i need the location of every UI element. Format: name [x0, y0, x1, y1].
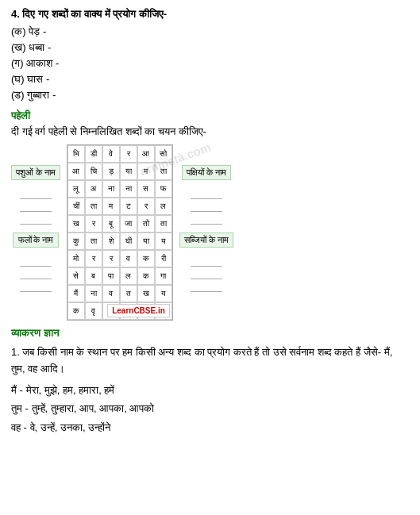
grid-cell-5-0: कु — [67, 233, 85, 250]
grid-cell-1-0: आ — [67, 163, 85, 180]
sabji-label: सब्जियों के नाम — [179, 233, 233, 248]
fal-ans-3 — [20, 281, 52, 292]
vyakaran-point1: 1. जब किसी नाम के स्थान पर हम किसी अन्य … — [11, 344, 409, 378]
pashu-ans-2 — [20, 201, 52, 212]
grid-cell-2-0: लू — [67, 180, 85, 198]
grid-cell-0-0: भि — [67, 145, 85, 163]
grid-cell-8-5: य — [155, 285, 172, 302]
pakshi-label-group: पक्षियों के नाम — [179, 165, 233, 225]
left-labels: पशुओं के नाम फलों के नाम — [11, 165, 60, 300]
grid-cell-5-3: घी — [120, 233, 137, 250]
sabji-label-group: सब्जियों के नाम — [179, 233, 233, 292]
word-search-grid: भिडीवेरआसोआचिड़यामतालूअनानासफचींतामटरलखर… — [67, 144, 173, 321]
grid-cell-7-4: क — [137, 267, 155, 285]
sabji-ans-2 — [191, 268, 222, 279]
question4-section: 4. दिए गए शब्दों का वाक्य में प्रयोग कीज… — [11, 8, 409, 102]
q4-item-5: (ड) गुब्बारा - — [11, 89, 409, 102]
grid-cell-7-1: ब — [85, 267, 102, 285]
puzzle-wrapper: भिडीवेरआसोआचिड़यामतालूअनानासफचींतामटरलखर… — [67, 144, 173, 321]
grid-cell-1-5: ता — [155, 163, 172, 180]
sabji-ans-3 — [191, 281, 222, 292]
pakshi-ans-3 — [191, 213, 222, 225]
grid-cell-2-3: ना — [120, 180, 137, 198]
grid-cell-1-3: या — [120, 163, 137, 180]
grid-cell-2-2: ना — [102, 180, 120, 198]
pakshi-ans-2 — [191, 201, 222, 212]
grid-cell-5-1: ता — [85, 233, 102, 250]
grid-cell-8-2: व — [102, 285, 120, 302]
grid-cell-3-4: र — [137, 198, 155, 215]
grid-cell-6-0: मो — [67, 250, 85, 267]
grid-cell-2-4: स — [137, 180, 155, 198]
grid-cell-1-4: म — [137, 163, 155, 180]
grid-cell-0-4: आ — [137, 145, 155, 163]
grid-cell-5-2: शे — [102, 233, 120, 250]
grid-cell-4-5: ता — [155, 215, 172, 233]
grid-cell-7-3: ल — [120, 267, 137, 285]
grid-cell-2-1: अ — [85, 180, 102, 198]
grid-cell-6-1: र — [85, 250, 102, 267]
pashu-ans-3 — [20, 213, 52, 225]
fal-ans-2 — [20, 268, 52, 279]
vyakaran-section: व्याकरण ज्ञान 1. जब किसी नाम के स्थान पर… — [11, 327, 409, 435]
grid-cell-1-2: ड़ — [102, 163, 120, 180]
question4-heading: 4. दिए गए शब्दों का वाक्य में प्रयोग कीज… — [11, 8, 409, 21]
grid-cell-4-4: तो — [137, 215, 155, 233]
grid-cell-6-4: क — [137, 250, 155, 267]
grid-cell-7-0: से — [67, 267, 85, 285]
vyakaran-item-1: मैं - मेरा, मुझे, हम, हमारा, हमें — [11, 382, 409, 398]
grid-cell-8-4: ख — [137, 285, 155, 302]
grid-cell-0-1: डी — [85, 145, 102, 163]
grid-cell-4-1: र — [85, 215, 102, 233]
q4-item-3: (ग) आकाश - — [11, 57, 409, 70]
grid-row-4: खरबूजातोता — [67, 215, 172, 233]
sabji-ans-1 — [191, 256, 222, 267]
right-labels: पक्षियों के नाम सब्जियों के नाम — [179, 165, 233, 300]
fal-label: फलों के नाम — [13, 233, 59, 248]
grid-cell-4-3: जा — [120, 215, 137, 233]
q4-item-4: (घ) घास - — [11, 73, 409, 86]
vyakaran-heading: व्याकरण ज्ञान — [11, 327, 409, 340]
grid-cell-0-2: वे — [102, 145, 120, 163]
grid-cell-9-1: वृ — [85, 302, 102, 320]
grid-cell-3-1: ता — [85, 198, 102, 215]
grid-cell-7-5: गा — [155, 267, 172, 285]
pashu-ans-1 — [20, 188, 52, 199]
grid-row-1: आचिड़यामता — [67, 163, 172, 180]
grid-cell-0-5: सो — [155, 145, 172, 163]
grid-cell-3-2: म — [102, 198, 120, 215]
q4-item-2: (ख) धब्बा - — [11, 41, 409, 54]
grid-cell-3-3: ट — [120, 198, 137, 215]
vyakaran-item-2: तुम - तुम्हें, तुम्हारा, आप, आपका, आपको — [11, 401, 409, 417]
grid-cell-5-5: य — [155, 233, 172, 250]
q4-item-1: (क) पेड़ - — [11, 25, 409, 38]
grid-cell-6-2: र — [102, 250, 120, 267]
paheli-section: पहेली दी गई वर्ग पहेली से निम्नलिखित शब्… — [11, 110, 409, 321]
pakshi-ans-1 — [191, 188, 222, 199]
fal-label-group: फलों के नाम — [11, 233, 60, 292]
grid-row-2: लूअनानासफ — [67, 180, 172, 198]
grid-row-7: सेबपालकगा — [67, 267, 172, 285]
grid-row-3: चींतामटरल — [67, 198, 172, 215]
grid-cell-4-2: बू — [102, 215, 120, 233]
grid-cell-3-0: चीं — [67, 198, 85, 215]
grid-cell-0-3: र — [120, 145, 137, 163]
pakshi-label: पक्षियों के नाम — [182, 165, 231, 180]
fal-ans-1 — [20, 256, 52, 267]
grid-cell-6-5: री — [155, 250, 172, 267]
grid-cell-8-0: मैं — [67, 285, 85, 302]
paheli-sub: दी गई वर्ग पहेली से निम्नलिखित शब्दों का… — [11, 125, 409, 138]
grid-cell-8-3: त — [120, 285, 137, 302]
grid-cell-8-1: ना — [85, 285, 102, 302]
puzzle-outer: पशुओं के नाम फलों के नाम भिडीवेरआसोआचिड़… — [11, 144, 409, 321]
grid-cell-9-0: क — [67, 302, 85, 320]
pashu-label-group: पशुओं के नाम — [11, 165, 60, 225]
grid-cell-5-4: या — [137, 233, 155, 250]
vyakaran-item-3: वह - वे, उन्हें, उनका, उन्होंने — [11, 420, 409, 436]
grid-row-0: भिडीवेरआसो — [67, 145, 172, 163]
grid-row-6: मोररवकरी — [67, 250, 172, 267]
pashu-label: पशुओं के नाम — [11, 165, 60, 180]
grid-cell-1-1: चि — [85, 163, 102, 180]
paheli-heading: पहेली — [11, 110, 409, 122]
grid-cell-7-2: पा — [102, 267, 120, 285]
